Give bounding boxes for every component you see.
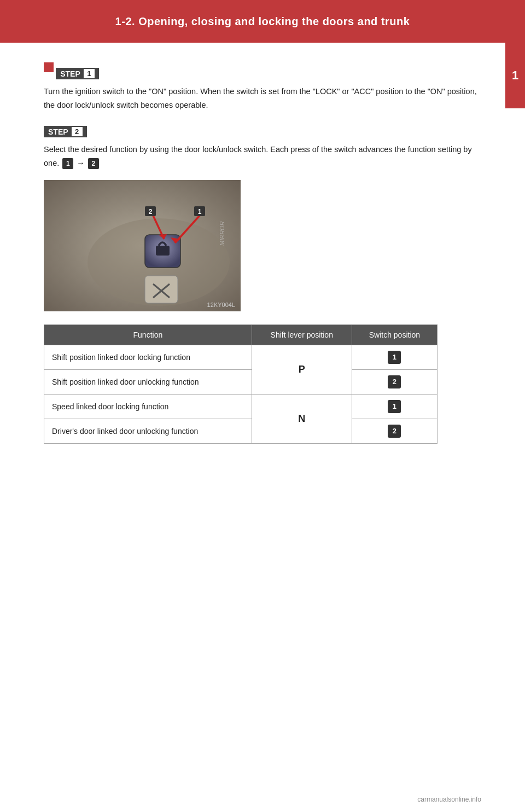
step1-label: STEP [60, 69, 80, 78]
svg-rect-4 [145, 276, 178, 303]
col-shift: Shift lever position [252, 324, 352, 345]
step1-badge: STEP 1 [56, 68, 99, 79]
step2-text: Select the desired function by using the… [44, 143, 481, 170]
col-switch: Switch position [352, 324, 437, 345]
table-row: Speed linked door locking function N 1 [44, 394, 438, 419]
func-driver-unlock: Driver's door linked door unlocking func… [44, 419, 252, 443]
table-row: Shift position linked door unlocking fun… [44, 369, 438, 394]
step1-text: Turn the ignition switch to the "ON" pos… [44, 85, 481, 112]
header-bar: 1-2. Opening, closing and locking the do… [0, 0, 525, 43]
header-title: 1-2. Opening, closing and locking the do… [115, 15, 410, 28]
step2-num: 2 [72, 127, 83, 136]
inline-badge-1: 1 [62, 158, 73, 169]
step2-text-a: Select the desired function by using the… [44, 145, 472, 167]
step1-text-content: Turn the ignition switch to the "ON" pos… [44, 87, 477, 109]
function-table: Function Shift lever position Switch pos… [44, 324, 438, 444]
car-interior-image: 1 2 MIRROR 12KY004L [44, 180, 241, 311]
switch-pos-2b: 2 [352, 419, 437, 443]
table-row: Shift position linked door locking funct… [44, 345, 438, 369]
section-bullet [44, 62, 54, 72]
badge-2b: 2 [388, 425, 401, 438]
badge-2a: 2 [388, 375, 401, 388]
table-row: Driver's door linked door unlocking func… [44, 419, 438, 443]
func-speed-lock: Speed linked door locking function [44, 394, 252, 419]
table-header-row: Function Shift lever position Switch pos… [44, 324, 438, 345]
switch-pos-1b: 1 [352, 394, 437, 419]
car-interior-svg: 1 2 MIRROR [44, 180, 241, 311]
svg-text:MIRROR: MIRROR [219, 221, 225, 246]
step2-label: STEP [48, 127, 68, 136]
inline-badge-2: 2 [88, 158, 99, 169]
svg-rect-3 [156, 246, 170, 256]
step1-num: 1 [84, 69, 95, 78]
svg-text:1: 1 [198, 208, 202, 216]
shift-pos-N: N [252, 394, 352, 443]
shift-pos-P: P [252, 345, 352, 394]
badge-1: 1 [388, 351, 401, 364]
step2-arrow: → [77, 159, 87, 167]
func-shift-lock: Shift position linked door locking funct… [44, 345, 252, 369]
badge-1b: 1 [388, 400, 401, 413]
func-shift-unlock: Shift position linked door unlocking fun… [44, 369, 252, 394]
image-label: 12KY004L [207, 301, 235, 308]
step2-badge: STEP 2 [44, 126, 87, 137]
footer-watermark: carmanualsonline.info [417, 796, 481, 803]
svg-text:2: 2 [149, 208, 153, 216]
col-function: Function [44, 324, 252, 345]
switch-pos-2a: 2 [352, 369, 437, 394]
main-content: STEP 1 Turn the ignition switch to the "… [0, 43, 525, 460]
switch-pos-1a: 1 [352, 345, 437, 369]
